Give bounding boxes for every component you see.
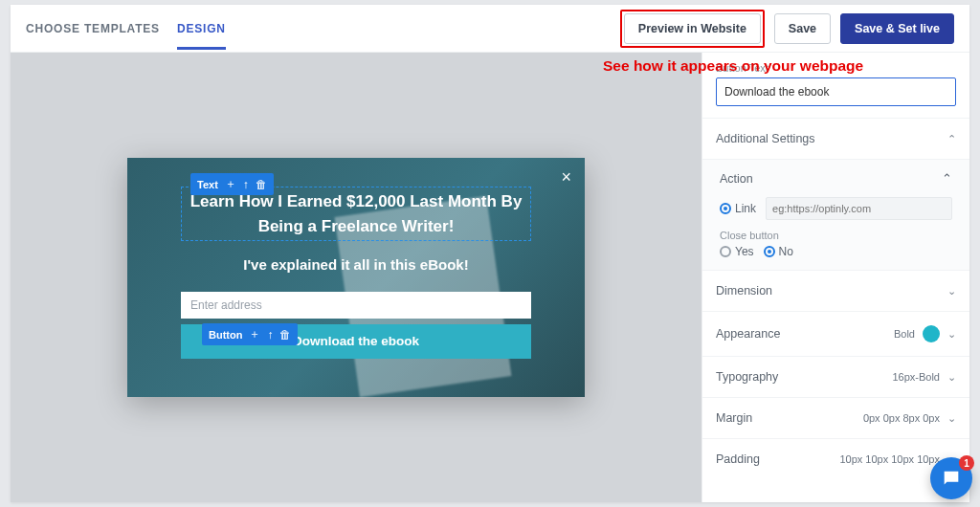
section-additional-settings[interactable]: Additional Settings ⌃ <box>702 118 969 159</box>
link-url-input[interactable] <box>766 197 952 220</box>
plus-icon[interactable]: ＋ <box>249 326 260 342</box>
chat-widget[interactable]: 1 <box>930 457 972 499</box>
tab-design[interactable]: DESIGN <box>177 7 226 50</box>
section-appearance[interactable]: Appearance Bold⌄ <box>702 311 969 356</box>
toolbar-label: Text <box>197 179 218 190</box>
save-set-live-button[interactable]: Save & Set live <box>840 13 954 44</box>
chevron-down-icon: ⌄ <box>947 285 956 298</box>
section-title: Dimension <box>716 284 772 298</box>
close-icon[interactable]: × <box>561 167 571 187</box>
annotation-text: See how it appears on your webpage <box>603 57 863 75</box>
chevron-up-icon: ⌃ <box>942 171 952 186</box>
tab-choose-templates[interactable]: CHOOSE TEMPLATES <box>26 7 160 50</box>
element-toolbar-button[interactable]: Button ＋ ↑ 🗑 <box>202 323 298 345</box>
radio-link[interactable]: Link <box>720 202 756 215</box>
settings-panel: Button Text Additional Settings ⌃ Action… <box>702 53 969 502</box>
section-title: Padding <box>716 452 760 466</box>
radio-close-no[interactable]: No <box>764 245 793 258</box>
chevron-down-icon: ⌄ <box>947 328 956 341</box>
arrow-up-icon[interactable]: ↑ <box>267 328 273 342</box>
radio-close-yes[interactable]: Yes <box>720 245 754 258</box>
color-chip[interactable] <box>923 325 940 342</box>
button-text-input[interactable] <box>716 77 956 106</box>
chat-icon <box>941 468 962 489</box>
email-input[interactable] <box>181 292 531 319</box>
section-title: Appearance <box>716 327 780 341</box>
chevron-down-icon: ⌄ <box>947 412 956 425</box>
save-button[interactable]: Save <box>774 13 831 44</box>
chevron-up-icon: ⌃ <box>947 133 956 145</box>
preview-highlight: Preview in Website <box>620 10 765 48</box>
toolbar-label: Button <box>209 329 242 341</box>
section-padding[interactable]: Padding 10px 10px 10px 10px⌄ <box>702 438 969 479</box>
section-typography[interactable]: Typography 16px-Bold⌄ <box>702 356 969 397</box>
arrow-up-icon[interactable]: ↑ <box>243 178 249 191</box>
section-dimension[interactable]: Dimension ⌄ <box>702 270 969 311</box>
section-title: Additional Settings <box>716 132 815 145</box>
section-title: Margin <box>716 411 752 425</box>
editor-canvas[interactable]: × Text ＋ ↑ 🗑 Learn How I Earned $12,000 … <box>11 53 702 502</box>
section-margin[interactable]: Margin 0px 0px 8px 0px⌄ <box>702 397 969 438</box>
action-title: Action <box>720 172 753 186</box>
popup-subline[interactable]: I've explained it all in this eBook! <box>181 256 531 273</box>
close-button-label: Close button <box>720 230 952 241</box>
trash-icon[interactable]: 🗑 <box>279 328 291 342</box>
popup-preview[interactable]: × Text ＋ ↑ 🗑 Learn How I Earned $12,000 … <box>127 158 585 397</box>
element-toolbar-text[interactable]: Text ＋ ↑ 🗑 <box>190 173 274 195</box>
section-title: Typography <box>716 370 778 384</box>
chevron-down-icon: ⌄ <box>947 371 956 384</box>
trash-icon[interactable]: 🗑 <box>256 178 267 191</box>
plus-icon[interactable]: ＋ <box>225 176 236 192</box>
chat-badge: 1 <box>959 455 974 471</box>
preview-button[interactable]: Preview in Website <box>624 13 761 44</box>
